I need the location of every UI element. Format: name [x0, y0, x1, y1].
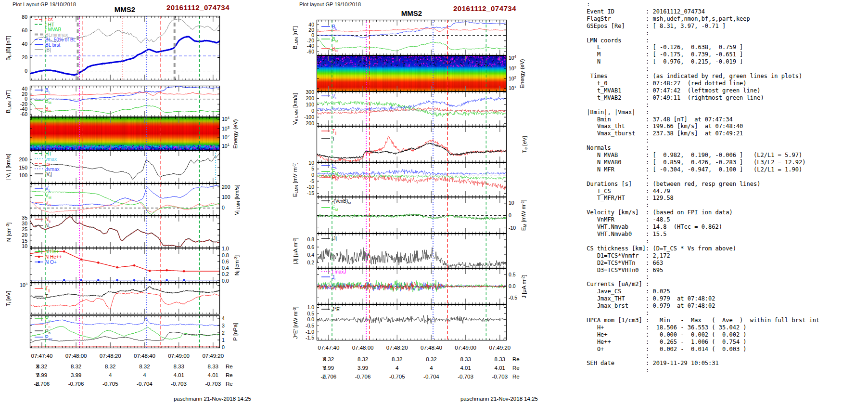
svg-text:10: 10 [509, 200, 514, 206]
ylabel-te: Te [eV] [522, 136, 528, 153]
svg-text:VL: VL [45, 186, 51, 193]
svg-text:vmax: vmax [45, 157, 57, 162]
svg-text:J*E': J*E' [332, 307, 341, 312]
orbit-value: 8.32 [57, 364, 95, 369]
svg-text:Ne: Ne [45, 217, 51, 223]
svg-text:40: 40 [308, 22, 314, 27]
time-tick-label: 07:48:20 [378, 345, 416, 351]
orbit-value: 8.32 [23, 364, 61, 369]
time-tick-label: 07:48:20 [91, 353, 129, 359]
orbit-value: -0.705 [378, 374, 416, 379]
orbit-value: -0.706 [23, 381, 61, 387]
orbit-value: -0.706 [57, 381, 95, 387]
svg-text:200: 200 [222, 184, 230, 190]
svg-text:Pn: Pn [45, 322, 51, 329]
ylabel-vi-lmn: Vi LMN [km/s] [234, 184, 241, 215]
panel-j-lmn: 0.50.0-0.5t maxJJL [317, 268, 507, 304]
svg-text:BLminmax: BLminmax [45, 32, 68, 38]
time-tick-label: 07:47:40 [309, 345, 348, 351]
svg-text:-5: -5 [310, 178, 314, 184]
panel-electron-spectrogram: 104103102101 [317, 55, 507, 91]
ylabel-e-lmn: ELMN [mV m-1] [292, 162, 299, 197]
orbit-value: -0.704 [412, 374, 450, 379]
svg-text:Ptht: Ptht [45, 335, 52, 341]
svg-text:0: 0 [311, 172, 314, 178]
svg-text:|J|: |J| [332, 236, 337, 241]
svg-text:-0.5: -0.5 [306, 323, 314, 328]
svg-text:101: 101 [509, 85, 516, 91]
orbit-value: 4.01 [447, 365, 485, 371]
svg-text:cs: cs [45, 161, 50, 167]
ylabel-em-poynting: EM [mW m-2] [521, 200, 527, 231]
orbit-value: 8.32 [344, 356, 382, 362]
svg-text:0.8: 0.8 [222, 252, 229, 258]
ylabel-bl-bmag: BL,|B| [nT] [5, 36, 12, 61]
panel-vi-mag: 200150100HTvmaxcsdvmax|Vi| [30, 150, 220, 183]
svg-text:0: 0 [25, 68, 27, 74]
svg-text:2: 2 [222, 330, 225, 336]
svg-text:-10: -10 [509, 225, 516, 231]
orbit-unit: Re [226, 372, 233, 378]
orbit-value: 4.01 [160, 372, 198, 378]
svg-text:-(VexB)M: -(VexB)M [332, 198, 351, 205]
ylabel-ion-spectrogram: Energy (eV) [232, 119, 238, 148]
orbit-value: 3.99 [23, 372, 61, 378]
svg-text:1.0: 1.0 [222, 246, 229, 251]
orbit-value: 8.32 [91, 364, 129, 369]
ylabel-density: N [cm-3] [6, 222, 12, 242]
svg-text:VM: VM [45, 193, 51, 200]
svg-text:1.0: 1.0 [307, 304, 314, 310]
ylabel-j-dot-e: J*E' [nW m-3] [293, 306, 299, 339]
screen: Plot Layout GP 19/10/2018 MMS2 20161112_… [0, 0, 868, 405]
svg-text:dvmax: dvmax [45, 167, 59, 172]
ylabel-blmn: BLMN [nT] [5, 90, 12, 113]
svg-text:20: 20 [22, 54, 27, 60]
svg-text:0.0: 0.0 [307, 316, 314, 322]
ylabel-jmag: |J| [μA m-2] [293, 237, 299, 264]
svg-text:JL: JL [332, 274, 336, 281]
svg-text:t HT: t HT [45, 22, 54, 27]
svg-text:t MVAB: t MVAB [45, 27, 61, 32]
ylabel-minor-ion-density: Ni [cm-3] [234, 255, 241, 275]
svg-text:5: 5 [311, 166, 314, 171]
svg-text:10: 10 [22, 243, 27, 249]
svg-text:T: T [332, 136, 335, 142]
svg-text:0: 0 [311, 32, 314, 38]
orbit-value: 8.33 [160, 364, 198, 369]
orbit-value: 3.99 [344, 365, 382, 371]
svg-text:104: 104 [222, 116, 230, 122]
orbit-unit: Re [512, 356, 520, 362]
svg-text:103: 103 [20, 282, 27, 288]
svg-text:-10: -10 [307, 184, 314, 190]
svg-text:-100: -100 [304, 114, 314, 120]
svg-text:20: 20 [308, 27, 314, 33]
svg-text:-1.0: -1.0 [306, 329, 314, 335]
orbit-value: -0.703 [160, 381, 198, 387]
time-tick-label: 07:49:00 [160, 353, 198, 359]
svg-text:102: 102 [222, 134, 230, 140]
svg-text:EM: EM [332, 205, 338, 212]
svg-text:Pp: Pp [45, 316, 51, 323]
svg-text:200: 200 [19, 157, 27, 162]
panel-em-poynting: 100-10-(VexB)MEM [317, 197, 507, 234]
ylabel-vi-mag: | Vi | [km/s] [5, 154, 12, 181]
panel-vi-lmn: 2001000VLVMVN [30, 183, 220, 216]
panel-pressure: 43210PpPnPbPtht [30, 315, 220, 348]
orbit-value: 4 [412, 365, 450, 371]
svg-text:40: 40 [22, 41, 27, 47]
plot-footer: paschmann 21-Nov-2018 14:25 [317, 396, 538, 402]
svg-text:0: 0 [222, 205, 225, 210]
svg-text:103: 103 [222, 125, 230, 131]
plot-column-middle: Plot layout GP 19/10/2018 MMS2 20161112_… [287, 0, 575, 405]
svg-text:103: 103 [509, 65, 516, 71]
ylabel-ve-lmn: Ve LMN [km/s] [292, 93, 299, 125]
svg-text:4: 4 [222, 315, 225, 321]
svg-text:BM: BM [332, 37, 338, 43]
plot-footer: paschmann 21-Nov-2018 14:25 [30, 396, 251, 402]
svg-text:15: 15 [22, 238, 27, 244]
time-tick-label: 07:49:00 [447, 345, 485, 351]
svg-text:102: 102 [509, 75, 516, 81]
svg-text:104: 104 [509, 54, 516, 61]
ylabel-pressure: P [nPa] [232, 323, 238, 341]
svg-text:VN: VN [45, 200, 51, 207]
